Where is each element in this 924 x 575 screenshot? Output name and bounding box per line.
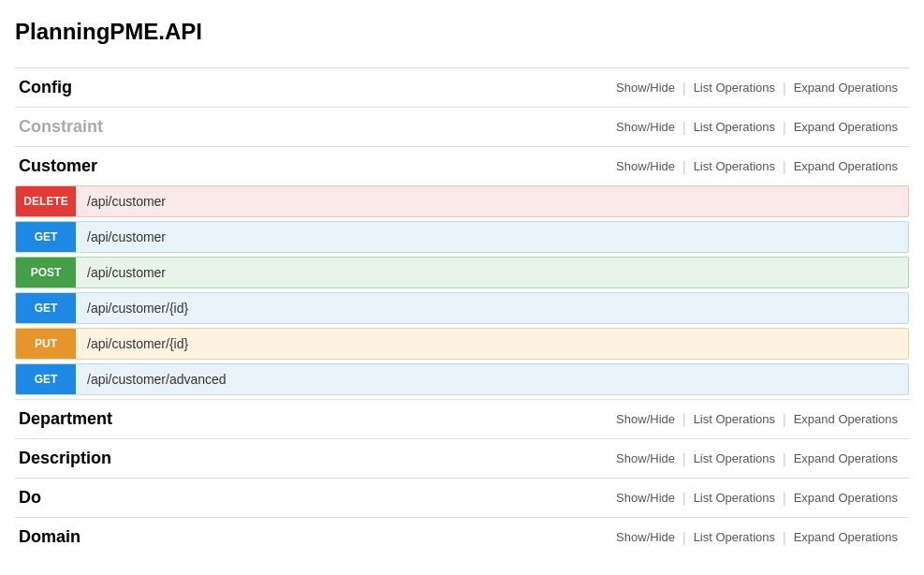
list-ops-link-constraint[interactable]: List Operations [686,120,783,134]
api-path: /api/customer [76,265,166,280]
api-row-customer-4[interactable]: PUT/api/customer/{id} [15,328,909,360]
list-ops-link-customer[interactable]: List Operations [686,159,783,173]
method-badge-get: GET [16,364,76,394]
section-title-customer[interactable]: Customer [19,156,97,176]
section-actions-do: Show/Hide|List Operations|Expand Operati… [609,491,905,506]
show-hide-link-do[interactable]: Show/Hide [609,491,682,505]
section-title-department[interactable]: Department [19,409,112,429]
show-hide-link-domain[interactable]: Show/Hide [609,530,682,544]
section-row-constraint: ConstraintShow/Hide|List Operations|Expa… [15,107,909,146]
section-actions-department: Show/Hide|List Operations|Expand Operati… [609,412,905,427]
show-hide-link-config[interactable]: Show/Hide [609,81,682,95]
method-badge-put: PUT [16,329,76,359]
section-title-domain[interactable]: Domain [19,527,81,547]
section-actions-customer: Show/Hide|List Operations|Expand Operati… [609,159,905,174]
expand-ops-link-do[interactable]: Expand Operations [786,491,905,505]
section-title-config[interactable]: Config [19,78,72,97]
section-title-description[interactable]: Description [19,449,111,468]
section-row-config: ConfigShow/Hide|List Operations|Expand O… [15,67,909,107]
endpoints-customer: DELETE/api/customerGET/api/customerPOST/… [15,185,909,395]
section-row-department: DepartmentShow/Hide|List Operations|Expa… [15,399,909,438]
section-title-constraint[interactable]: Constraint [19,117,103,137]
show-hide-link-department[interactable]: Show/Hide [609,412,682,426]
section-title-do[interactable]: Do [19,488,41,508]
api-path: /api/customer/{id} [76,301,188,316]
api-path: /api/customer [76,229,166,244]
sections-container: ConfigShow/Hide|List Operations|Expand O… [15,67,909,556]
method-badge-delete: DELETE [16,186,76,216]
list-ops-link-department[interactable]: List Operations [686,412,783,426]
app-title: PlanningPME.API [15,19,909,45]
api-row-customer-1[interactable]: GET/api/customer [15,221,909,253]
method-badge-get: GET [16,293,76,323]
api-path: /api/customer [76,194,166,209]
list-ops-link-description[interactable]: List Operations [686,451,783,465]
show-hide-link-description[interactable]: Show/Hide [609,451,682,465]
show-hide-link-customer[interactable]: Show/Hide [609,159,682,173]
section-actions-description: Show/Hide|List Operations|Expand Operati… [609,451,905,466]
section-row-domain: DomainShow/Hide|List Operations|Expand O… [15,517,909,556]
section-row-customer: CustomerShow/Hide|List Operations|Expand… [15,146,909,185]
expand-ops-link-department[interactable]: Expand Operations [786,412,905,426]
expand-ops-link-domain[interactable]: Expand Operations [786,530,905,544]
expand-ops-link-constraint[interactable]: Expand Operations [786,120,905,134]
api-row-customer-2[interactable]: POST/api/customer [15,257,909,288]
show-hide-link-constraint[interactable]: Show/Hide [609,120,682,134]
list-ops-link-domain[interactable]: List Operations [686,530,783,544]
api-row-customer-0[interactable]: DELETE/api/customer [15,185,909,217]
section-row-do: DoShow/Hide|List Operations|Expand Opera… [15,478,909,517]
api-path: /api/customer/{id} [76,336,188,351]
method-badge-post: POST [16,258,76,288]
expand-ops-link-description[interactable]: Expand Operations [786,451,905,465]
page: PlanningPME.API ConfigShow/Hide|List Ope… [0,0,924,575]
section-actions-config: Show/Hide|List Operations|Expand Operati… [609,81,905,96]
method-badge-get: GET [16,222,76,252]
section-row-description: DescriptionShow/Hide|List Operations|Exp… [15,438,909,478]
section-actions-constraint: Show/Hide|List Operations|Expand Operati… [609,120,905,135]
expand-ops-link-customer[interactable]: Expand Operations [786,159,905,173]
expand-ops-link-config[interactable]: Expand Operations [786,81,905,95]
section-actions-domain: Show/Hide|List Operations|Expand Operati… [609,530,905,545]
api-row-customer-3[interactable]: GET/api/customer/{id} [15,292,909,324]
api-path: /api/customer/advanced [76,372,227,387]
api-row-customer-5[interactable]: GET/api/customer/advanced [15,363,909,395]
list-ops-link-do[interactable]: List Operations [686,491,783,505]
list-ops-link-config[interactable]: List Operations [686,81,783,95]
